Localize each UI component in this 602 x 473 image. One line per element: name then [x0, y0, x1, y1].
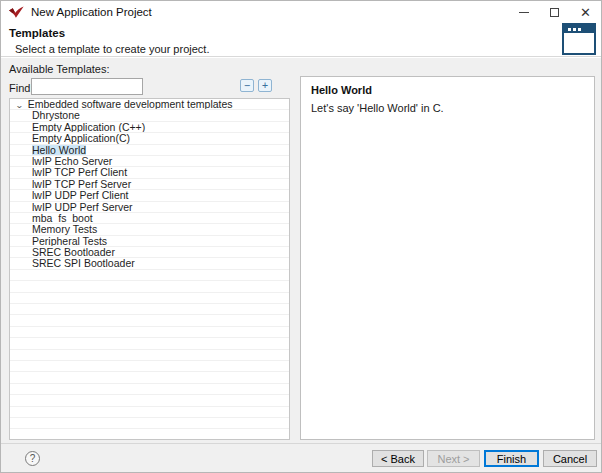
tree-empty-row — [10, 338, 289, 349]
templates-tree[interactable]: ⌄Embedded software development templates… — [9, 98, 290, 440]
help-button[interactable]: ? — [25, 451, 40, 466]
tree-item[interactable]: Empty Application(C) — [10, 133, 289, 144]
tree-item[interactable]: SREC Bootloader — [10, 247, 289, 258]
tree-item-label: SREC SPI Bootloader — [32, 258, 135, 269]
tree-item-label: Hello World — [32, 145, 86, 156]
tree-item[interactable]: lwIP TCP Perf Server — [10, 179, 289, 190]
tree-item-label: lwIP TCP Perf Server — [32, 179, 131, 190]
tree-item-label: mba_fs_boot — [32, 213, 93, 224]
tree-empty-row — [10, 407, 289, 418]
tree-empty-row — [10, 315, 289, 326]
tree-empty-row — [10, 372, 289, 383]
tree-item[interactable]: lwIP UDP Perf Client — [10, 190, 289, 201]
page-title: Templates — [9, 27, 65, 39]
tree-item[interactable]: lwIP UDP Perf Server — [10, 202, 289, 213]
maximize-icon — [550, 8, 559, 17]
chevron-down-icon[interactable]: ⌄ — [15, 100, 24, 110]
close-icon: ✕ — [580, 6, 591, 19]
detail-description: Let's say 'Hello World' in C. — [311, 102, 444, 114]
button-bar: ? < Back Next > Finish Cancel — [1, 443, 601, 472]
dialog-body: Available Templates: Find: − + ⌄Embedded… — [1, 58, 601, 445]
tree-item-label: lwIP Echo Server — [32, 156, 112, 167]
template-detail-panel: Hello World Let's say 'Hello World' in C… — [300, 76, 595, 440]
available-templates-label: Available Templates: — [9, 63, 110, 75]
tree-root-node[interactable]: ⌄Embedded software development templates — [10, 99, 289, 110]
new-application-project-dialog: New Application Project ✕ Templates Sele… — [0, 0, 602, 473]
close-button[interactable]: ✕ — [570, 1, 601, 23]
wizard-header: Templates Select a template to create yo… — [1, 23, 601, 57]
detail-title: Hello World — [311, 84, 372, 96]
tree-empty-row — [10, 395, 289, 406]
tree-empty-row — [10, 418, 289, 429]
title-bar: New Application Project ✕ — [1, 1, 601, 23]
next-button[interactable]: Next > — [427, 450, 480, 467]
minimize-icon — [519, 12, 529, 13]
tree-empty-row — [10, 293, 289, 304]
tree-item[interactable]: Empty Application (C++) — [10, 122, 289, 133]
expand-all-icon[interactable]: + — [258, 79, 272, 92]
find-label: Find: — [9, 82, 33, 94]
window-title: New Application Project — [31, 6, 152, 18]
tree-item-label: Dhrystone — [32, 110, 80, 121]
xilinx-logo-icon — [9, 5, 24, 19]
tree-root-label: Embedded software development templates — [28, 99, 233, 110]
page-subtitle: Select a template to create your project… — [15, 43, 209, 55]
tree-item-selected[interactable]: Hello World — [10, 145, 289, 156]
tree-empty-row — [10, 361, 289, 372]
cancel-button[interactable]: Cancel — [543, 450, 597, 467]
tree-item[interactable]: Memory Tests — [10, 224, 289, 235]
tree-item[interactable]: Dhrystone — [10, 110, 289, 121]
tree-item-label: lwIP TCP Perf Client — [32, 167, 127, 178]
tree-item[interactable]: lwIP Echo Server — [10, 156, 289, 167]
tree-toolbar: − + — [240, 79, 272, 92]
tree-empty-row — [10, 304, 289, 315]
wizard-window-icon — [562, 23, 596, 55]
tree-item[interactable]: lwIP TCP Perf Client — [10, 167, 289, 178]
tree-item-label: SREC Bootloader — [32, 247, 115, 258]
minimize-button[interactable] — [508, 1, 539, 23]
tree-empty-row — [10, 429, 289, 440]
tree-empty-row — [10, 270, 289, 281]
tree-empty-row — [10, 327, 289, 338]
tree-empty-row — [10, 350, 289, 361]
tree-empty-row — [10, 281, 289, 292]
tree-item[interactable]: Peripheral Tests — [10, 236, 289, 247]
tree-item-label: lwIP UDP Perf Client — [32, 190, 128, 201]
tree-item-label: lwIP UDP Perf Server — [32, 202, 133, 213]
maximize-button[interactable] — [539, 1, 570, 23]
collapse-all-icon[interactable]: − — [240, 79, 254, 92]
tree-item-label: Memory Tests — [32, 224, 97, 235]
tree-item-label: Empty Application(C) — [32, 133, 130, 144]
tree-item[interactable]: mba_fs_boot — [10, 213, 289, 224]
tree-item[interactable]: SREC SPI Bootloader — [10, 258, 289, 269]
back-button[interactable]: < Back — [372, 450, 424, 467]
find-input[interactable] — [31, 78, 143, 95]
wizard-window-icon-titlebar — [564, 25, 594, 33]
tree-item-label: Empty Application (C++) — [32, 122, 145, 133]
tree-item-label: Peripheral Tests — [32, 236, 107, 247]
tree-empty-row — [10, 384, 289, 395]
finish-button[interactable]: Finish — [484, 450, 539, 467]
